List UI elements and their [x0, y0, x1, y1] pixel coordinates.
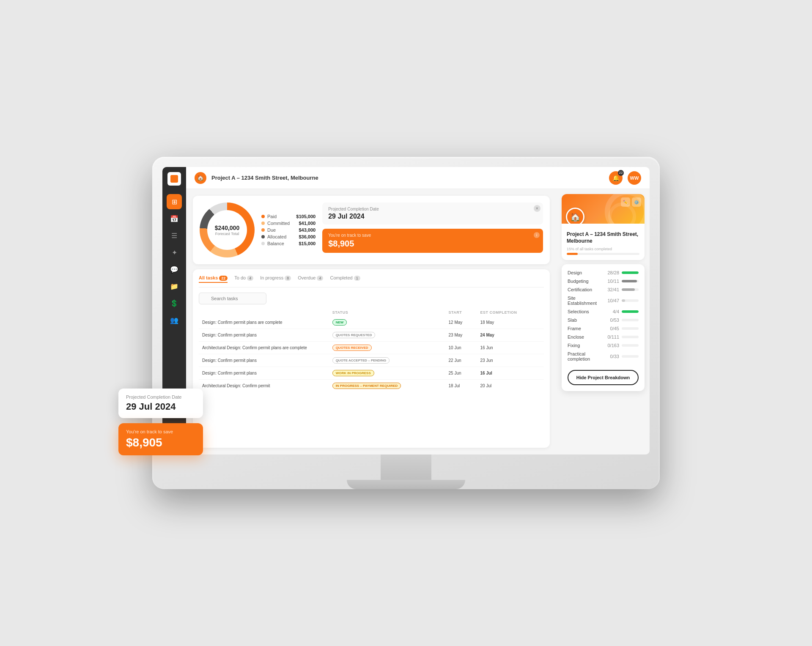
breakdown-bar-outer: [622, 344, 639, 347]
breakdown-bar-outer: [622, 327, 639, 330]
status-badge: WORK IN PROGRESS: [332, 370, 374, 376]
task-name: Design: Confirm permit plans: [199, 367, 329, 380]
breakdown-bar-outer: [622, 271, 639, 274]
sidebar-item-team[interactable]: 👥: [167, 312, 182, 328]
breakdown-label: Budgeting: [568, 279, 601, 284]
status-badge: QUOTE ACCEPTED – PENDING: [332, 357, 390, 364]
col-completion: EST COMPLETION: [477, 309, 544, 316]
search-input[interactable]: [199, 293, 266, 304]
tab-badge: 8: [285, 276, 291, 281]
legend-label: Committed: [267, 221, 290, 226]
legend-dot: [261, 242, 265, 245]
task-completion: 20 Jul: [477, 380, 544, 392]
tab-label: Overdue: [298, 275, 315, 280]
task-start: 12 May: [445, 316, 477, 329]
tasks-section: All tasks22To do4In progress8Overdue4Com…: [193, 269, 550, 448]
breakdown-label: Frame: [568, 326, 601, 331]
breakdown-row: Fixing 0/163: [568, 343, 639, 348]
progress-bar-inner: [567, 253, 578, 255]
breakdown-row: Enclose 0/111: [568, 334, 639, 339]
sidebar-item-star[interactable]: ✦: [167, 245, 182, 260]
donut-label: $240,000 Forecast Total: [215, 224, 239, 236]
notifications-button[interactable]: 🔔 22: [609, 171, 623, 185]
breakdown-label: Selections: [568, 309, 601, 314]
monitor: ⊞ 📅 ☰ ✦ 💬 📁 💲 👥 ? 🏠: [152, 157, 660, 489]
breakdown-row: Slab 0/53: [568, 318, 639, 323]
breakdown-label: Fixing: [568, 343, 601, 348]
task-start: 10 Jun: [445, 342, 477, 354]
completion-label: Projected Completion Date: [328, 207, 537, 211]
legend-value: $43,000: [292, 227, 315, 233]
topbar: 🏠 Project A – 1234 Smith Street, Melbour…: [186, 167, 650, 189]
notif-badge: 22: [618, 170, 624, 176]
table-row[interactable]: Design: Confirm permit plans are complet…: [199, 316, 544, 329]
table-row[interactable]: Design: Confirm permit plans QUOTES REQU…: [199, 329, 544, 342]
floating-overlay: Projected Completion Date 29 Jul 2024 Yo…: [118, 389, 203, 455]
breakdown-label: Certification: [568, 287, 601, 292]
project-card-name: Project A – 1234 Smith Street, Melbourne: [567, 231, 639, 244]
main-content: 🏠 Project A – 1234 Smith Street, Melbour…: [186, 167, 650, 454]
tab-item[interactable]: All tasks22: [199, 275, 228, 283]
status-badge: QUOTES RECEIVED: [332, 345, 372, 351]
breakdown-bar-outer: [622, 310, 639, 313]
breakdown-row: Design 28/28: [568, 270, 639, 275]
tab-item[interactable]: In progress8: [260, 275, 291, 283]
table-row[interactable]: Design: Confirm permit plans WORK IN PRO…: [199, 367, 544, 380]
breakdown-bar-inner: [622, 299, 625, 302]
table-row[interactable]: Architectural Design: Confirm permit pla…: [199, 342, 544, 354]
donut-chart: $240,000 Forecast Total: [200, 203, 255, 257]
donut-sub: Forecast Total: [215, 231, 239, 235]
sidebar-item-calendar[interactable]: 📅: [167, 211, 182, 226]
tab-badge: 4: [317, 276, 323, 281]
tab-badge: 1: [354, 276, 360, 281]
finance-right: ✕ Projected Completion Date 29 Jul 2024 …: [322, 203, 543, 257]
table-row[interactable]: Architectural Design: Confirm permit IN …: [199, 380, 544, 392]
legend-item: Committed $41,000: [261, 221, 315, 226]
breakdown-count: 4/4: [604, 309, 619, 314]
breakdown-count: 0/111: [604, 334, 619, 339]
table-row[interactable]: Design: Confirm permit plans QUOTE ACCEP…: [199, 354, 544, 367]
legend-dot: [261, 235, 265, 238]
breakdown-bar-inner: [622, 310, 639, 313]
tasks-table: STATUS START EST COMPLETION Design: Conf…: [199, 309, 544, 392]
task-name: Design: Confirm permit plans are complet…: [199, 316, 329, 329]
breakdown-bar-outer: [622, 280, 639, 282]
task-start: 23 May: [445, 329, 477, 342]
floating-completion-date: 29 Jul 2024: [126, 401, 195, 412]
search-row: 🔍: [199, 293, 544, 304]
breakdown-bar-outer: [622, 355, 639, 358]
tab-item[interactable]: Completed1: [330, 275, 360, 283]
task-status: QUOTES RECEIVED: [329, 342, 445, 354]
edit-icon-btn[interactable]: ✏️: [621, 197, 630, 207]
tab-badge: 4: [247, 276, 253, 281]
breakdown-row: Practical completion 0/33: [568, 351, 639, 361]
legend-item: Allocated $36,000: [261, 234, 315, 239]
sidebar-item-list[interactable]: ☰: [167, 228, 182, 243]
sidebar-item-dashboard[interactable]: ⊞: [167, 194, 182, 209]
breakdown-bar-inner: [622, 271, 639, 274]
hide-breakdown-button[interactable]: Hide Project Breakdown: [568, 370, 639, 385]
close-button[interactable]: ✕: [534, 205, 540, 212]
task-start: 25 Jun: [445, 367, 477, 380]
monitor-stand-neck: [381, 454, 431, 480]
tab-item[interactable]: Overdue4: [298, 275, 323, 283]
breakdown-row: Certification 32/41: [568, 287, 639, 292]
sidebar-item-messages[interactable]: 💬: [167, 262, 182, 277]
task-completion: 18 May: [477, 316, 544, 329]
completion-box: ✕ Projected Completion Date 29 Jul 2024: [322, 203, 543, 224]
tab-item[interactable]: To do4: [234, 275, 253, 283]
breakdown-label: Site Establishment: [568, 296, 601, 306]
legend-label: Due: [267, 227, 276, 233]
task-completion: 24 May: [477, 329, 544, 342]
progress-bar-outer: [567, 253, 639, 255]
breakdown-bar-outer: [622, 336, 639, 338]
savings-info-icon: i: [534, 232, 540, 238]
topbar-project-name[interactable]: Project A – 1234 Smith Street, Melbourne: [211, 175, 318, 181]
sidebar-item-finance[interactable]: 💲: [167, 296, 182, 311]
project-home-icon: 🏠: [566, 208, 584, 224]
settings-icon-btn[interactable]: ⚙️: [632, 197, 641, 207]
sidebar-item-files[interactable]: 📁: [167, 279, 182, 294]
task-name: Design: Confirm permit plans: [199, 354, 329, 367]
user-avatar[interactable]: WW: [628, 171, 641, 185]
project-progress-label: 15% of all tasks completed: [567, 247, 639, 251]
